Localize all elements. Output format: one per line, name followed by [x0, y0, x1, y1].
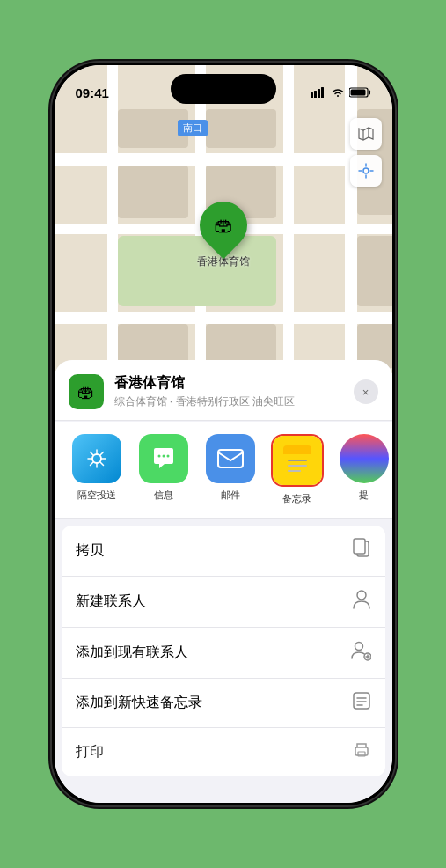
battery-icon: [349, 87, 371, 98]
share-item-message[interactable]: 信息: [135, 434, 192, 505]
sheet-header: 🏟 香港体育馆 综合体育馆 · 香港特别行政区 油尖旺区 ×: [55, 360, 392, 421]
svg-rect-15: [283, 452, 311, 454]
share-item-mail[interactable]: 邮件: [202, 434, 259, 505]
map-type-button[interactable]: [350, 118, 382, 150]
svg-point-22: [355, 643, 362, 651]
message-label: 信息: [154, 489, 173, 502]
person-add-icon: [350, 640, 371, 666]
action-print[interactable]: 打印: [62, 728, 385, 776]
svg-rect-26: [354, 693, 369, 709]
more-label: 提: [359, 489, 369, 502]
venue-icon: 🏟: [69, 374, 104, 409]
location-pin: 🏟 香港体育馆: [197, 202, 250, 269]
svg-rect-6: [350, 90, 365, 96]
signal-icon: [311, 87, 326, 98]
north-label: 南口: [178, 120, 208, 136]
venue-info: 香港体育馆 综合体育馆 · 香港特别行政区 油尖旺区: [114, 374, 343, 409]
share-item-more[interactable]: 提: [336, 434, 392, 505]
mail-icon-wrap: [206, 434, 255, 483]
action-copy-label: 拷贝: [76, 541, 104, 560]
location-button[interactable]: [350, 155, 382, 187]
notes-label: 备忘录: [282, 492, 311, 505]
notes-icon-wrap: [273, 436, 322, 485]
pin-icon: 🏟: [214, 214, 233, 237]
action-list: 拷贝 新建联系人: [62, 526, 385, 776]
message-icon-wrap: [139, 434, 188, 483]
svg-point-10: [162, 455, 165, 458]
airdrop-icon-wrap: [72, 434, 121, 483]
airdrop-label: 隔空投送: [77, 489, 116, 502]
action-copy[interactable]: 拷贝: [62, 526, 385, 577]
print-icon: [352, 740, 371, 764]
svg-point-7: [363, 168, 369, 173]
close-button[interactable]: ×: [354, 379, 378, 404]
action-print-label: 打印: [76, 743, 104, 761]
notes-selected-wrapper: [271, 434, 324, 487]
svg-point-11: [166, 455, 169, 458]
person-icon: [352, 589, 371, 614]
status-time: 09:41: [76, 85, 109, 100]
action-quick-note[interactable]: 添加到新快速备忘录: [62, 679, 385, 728]
svg-rect-20: [354, 539, 365, 554]
svg-rect-1: [314, 91, 317, 98]
action-add-existing-label: 添加到现有联系人: [76, 644, 188, 662]
share-item-notes[interactable]: 备忘录: [269, 434, 325, 505]
action-new-contact-label: 新建联系人: [76, 592, 146, 611]
svg-rect-5: [369, 91, 370, 95]
svg-point-21: [357, 591, 366, 600]
note-icon: [352, 691, 371, 715]
svg-rect-0: [311, 92, 313, 98]
venue-desc: 综合体育馆 · 香港特别行政区 油尖旺区: [114, 394, 343, 409]
svg-rect-12: [218, 450, 243, 467]
map-controls: [350, 118, 382, 187]
action-add-existing[interactable]: 添加到现有联系人: [62, 628, 385, 679]
dynamic-island: [171, 74, 276, 104]
svg-rect-3: [321, 87, 324, 98]
venue-name: 香港体育馆: [114, 374, 343, 393]
more-icon-wrap: [340, 434, 389, 483]
action-new-contact[interactable]: 新建联系人: [62, 577, 385, 628]
status-icons: [311, 87, 371, 98]
svg-point-9: [157, 455, 160, 458]
svg-rect-2: [318, 89, 320, 98]
wifi-icon: [331, 87, 345, 98]
copy-icon: [352, 538, 371, 563]
mail-label: 邮件: [221, 489, 240, 502]
bottom-sheet: 🏟 香港体育馆 综合体育馆 · 香港特别行政区 油尖旺区 ×: [55, 360, 392, 803]
share-row: 隔空投送 信息: [55, 422, 392, 519]
action-quick-note-label: 添加到新快速备忘录: [76, 694, 202, 712]
share-item-airdrop[interactable]: 隔空投送: [69, 434, 125, 505]
